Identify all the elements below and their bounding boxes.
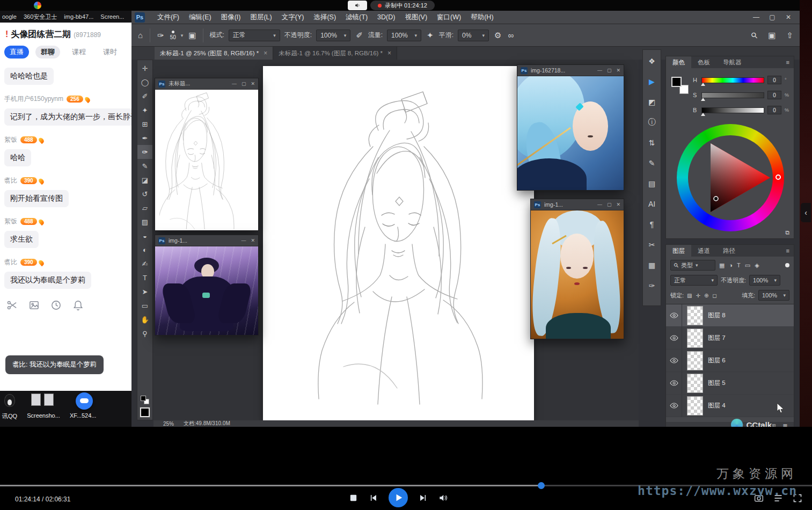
tool-button[interactable]: ✒ <box>137 131 152 145</box>
layer-name[interactable]: 图层 6 <box>708 356 726 365</box>
sv-triangle[interactable] <box>688 135 773 220</box>
zoom-level[interactable]: 25% <box>163 421 174 427</box>
floating-window-titlebar[interactable]: Ps img-1... — ✕ <box>155 235 258 246</box>
window-title[interactable]: oogle <box>2 13 17 20</box>
screenshot-thumb[interactable] <box>44 394 54 406</box>
collapse-chevron-icon[interactable]: ‹ <box>801 203 811 222</box>
layer-name[interactable]: 图层 7 <box>708 334 726 342</box>
close-icon[interactable]: ✕ <box>616 68 620 73</box>
tool-button[interactable]: ▭ <box>137 298 152 312</box>
filter-kind-icon[interactable]: T <box>737 262 741 269</box>
layer-visibility-toggle[interactable] <box>666 327 682 349</box>
panel-icon[interactable]: ⇅ <box>643 133 661 153</box>
panel-icon[interactable]: ✂ <box>643 235 661 255</box>
menu-item[interactable]: 图层(L) <box>245 13 276 22</box>
color-wheel[interactable] <box>677 124 784 231</box>
close-icon[interactable]: ✕ <box>616 202 620 207</box>
maximize-icon[interactable]: ▢ <box>607 202 612 207</box>
tool-button[interactable]: ✐ <box>137 89 152 103</box>
chat-tab[interactable]: 直播 <box>4 46 29 59</box>
panel-icon[interactable]: AI <box>643 194 661 214</box>
username[interactable]: 絮饭 <box>4 135 17 144</box>
layer-thumbnail[interactable] <box>687 351 703 370</box>
tool-button[interactable]: ⊞ <box>137 117 152 131</box>
taskbar-label[interactable]: XF...524... <box>70 412 97 420</box>
message-toast[interactable]: 翥比: 我还以为奉眠是个萝莉 <box>5 355 104 374</box>
screenshot-thumb[interactable] <box>31 394 41 406</box>
lock-option-icon[interactable]: ▨ <box>687 293 692 298</box>
menu-item[interactable]: 滤镜(T) <box>341 13 372 22</box>
layer-row[interactable]: 图层 4 <box>666 395 794 417</box>
floating-window-reference-orange[interactable]: Ps img-1... — ▢ ✕ <box>530 199 624 339</box>
home-icon[interactable]: ⌂ <box>137 31 144 40</box>
maximize-icon[interactable]: ▢ <box>242 81 246 86</box>
menu-item[interactable]: 选择(S) <box>309 13 341 22</box>
tool-button[interactable]: ✋ <box>137 312 152 326</box>
layer-filter-select[interactable]: ⚲ 类型 ▾ <box>670 260 715 271</box>
layer-name[interactable]: 图层 8 <box>708 311 726 319</box>
workspace-icon[interactable]: ▣ <box>767 31 777 40</box>
layer-visibility-toggle[interactable] <box>666 304 682 326</box>
sv-marker[interactable] <box>714 196 718 201</box>
lock-option-icon[interactable]: ◻ <box>712 293 716 298</box>
panel-icon[interactable]: ✎ <box>643 153 661 173</box>
brightness-slider[interactable] <box>701 107 764 113</box>
maximize-icon[interactable]: ▢ <box>607 68 612 73</box>
panel-icon[interactable]: ⓘ <box>643 112 661 133</box>
window-title[interactable]: img-bb47... <box>64 13 93 20</box>
panel-icon[interactable]: ◩ <box>643 92 661 112</box>
play-button[interactable] <box>389 488 408 507</box>
floating-window-sketch[interactable]: Ps 未标题... — ▢ ✕ <box>155 78 259 231</box>
filter-kind-icon[interactable]: ◑ <box>729 262 733 269</box>
username[interactable]: 絮饭 <box>4 217 17 226</box>
layer-row[interactable]: 图层 6 <box>666 349 794 372</box>
close-tab-icon[interactable]: × <box>387 49 391 57</box>
airbrush-icon[interactable]: ✦ <box>426 31 435 40</box>
floating-window-controls[interactable]: — ✕ <box>241 238 255 243</box>
default-colors-icon[interactable] <box>141 396 149 404</box>
tool-button[interactable]: ✎ <box>137 159 152 173</box>
brightness-value[interactable]: 0 <box>767 106 781 114</box>
pen-pressure-icon[interactable]: ✐ <box>355 31 364 40</box>
tool-button[interactable]: ▱ <box>137 201 152 215</box>
menu-item[interactable]: 图像(I) <box>216 13 246 22</box>
layer-name[interactable]: 图层 5 <box>708 379 726 387</box>
tool-button[interactable]: ⚲ <box>137 326 152 340</box>
close-tab-icon[interactable]: × <box>264 49 267 57</box>
tool-button[interactable]: ✑ <box>137 145 152 159</box>
panel-resize-icon[interactable]: ⧉ <box>785 229 789 236</box>
panel-icon[interactable]: ▤ <box>643 173 661 194</box>
menu-item[interactable]: 窗口(W) <box>432 13 466 22</box>
tool-button[interactable]: T <box>137 271 152 285</box>
close-icon[interactable]: ✕ <box>251 81 255 86</box>
layer-row[interactable]: 图层 8 <box>666 304 794 327</box>
panel-icon[interactable]: ¶ <box>643 214 661 235</box>
tool-button[interactable]: ✛ <box>137 61 152 75</box>
tool-button[interactable]: ↺ <box>137 187 152 201</box>
panel-tab[interactable]: 导航器 <box>716 56 748 68</box>
document-tab[interactable]: 未标题-1 @ 25% (图层 8, RGB/16) * × <box>155 47 273 60</box>
floating-window-reference-purple[interactable]: Ps img-1... — ✕ <box>155 235 259 336</box>
document-canvas[interactable] <box>263 66 534 420</box>
floating-window-titlebar[interactable]: Ps img-1... — ▢ ✕ <box>531 199 624 210</box>
gear-icon[interactable]: ⚙ <box>493 31 502 40</box>
window-title[interactable]: 360安全卫士 <box>24 13 57 21</box>
layer-row[interactable]: 图层 5 <box>666 372 794 395</box>
layers-bottom-icon[interactable]: ▦ <box>782 423 787 427</box>
username[interactable]: 翥比 <box>4 176 17 185</box>
layer-visibility-toggle[interactable] <box>666 349 682 371</box>
layer-thumbnail[interactable] <box>687 374 703 393</box>
floating-window-titlebar[interactable]: Ps 未标题... — ▢ ✕ <box>155 78 258 90</box>
layer-row[interactable]: 图层 7 <box>666 327 794 349</box>
filter-toggle-icon[interactable] <box>785 263 789 267</box>
tool-button[interactable]: ➤ <box>137 285 152 298</box>
chat-app-icon[interactable] <box>76 392 93 410</box>
blend-mode-select[interactable]: 正常 ▾ <box>670 275 718 286</box>
menu-item[interactable]: 视图(V) <box>400 13 432 22</box>
panel-tab[interactable]: 色板 <box>691 56 716 68</box>
foreground-background-swatches[interactable] <box>671 77 689 94</box>
share-icon[interactable]: ⇧ <box>785 31 794 40</box>
minimize-button[interactable]: — <box>748 13 764 21</box>
panel-tab[interactable]: 图层 <box>666 245 691 257</box>
layers-bottom-icon[interactable]: ⊞ <box>772 423 776 427</box>
